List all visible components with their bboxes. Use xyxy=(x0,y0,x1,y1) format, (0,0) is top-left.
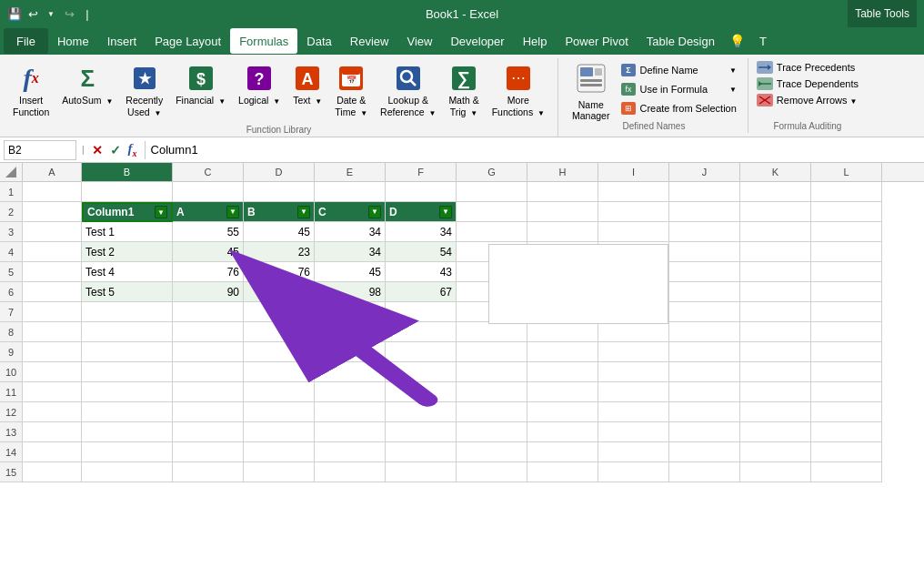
cell-c4[interactable]: 45 xyxy=(173,242,244,262)
cell-f6[interactable]: 67 xyxy=(386,282,457,302)
cell-l6[interactable] xyxy=(811,282,882,302)
a-filter-btn[interactable]: ▼ xyxy=(226,206,239,218)
menu-insert[interactable]: Insert xyxy=(98,28,146,54)
col-header-j[interactable]: J xyxy=(669,163,740,181)
undo-dropdown-icon[interactable]: ▼ xyxy=(44,6,58,21)
row-num-9[interactable]: 9 xyxy=(0,342,23,362)
column1-filter-btn[interactable]: ▼ xyxy=(155,206,167,218)
col-header-g[interactable]: G xyxy=(457,163,527,181)
cell-j5[interactable] xyxy=(669,262,740,282)
menu-view[interactable]: View xyxy=(397,28,441,54)
cell-k1[interactable] xyxy=(740,182,811,202)
more-functions-button[interactable]: ⋯ MoreFunctions ▼ xyxy=(487,60,550,121)
customize-icon[interactable]: | xyxy=(80,6,95,21)
cell-a8[interactable] xyxy=(23,322,82,342)
confirm-formula-icon[interactable]: ✓ xyxy=(108,141,123,159)
cell-j7[interactable] xyxy=(669,302,740,322)
cell-f7[interactable] xyxy=(386,302,457,322)
cell-a2[interactable] xyxy=(23,202,82,222)
menu-t[interactable]: T xyxy=(750,28,776,54)
undo-icon[interactable]: ↩ xyxy=(25,6,40,21)
autosum-button[interactable]: Σ AutoSum ▼ xyxy=(56,60,118,115)
cell-l4[interactable] xyxy=(811,242,882,262)
cell-a5[interactable] xyxy=(23,262,82,282)
name-manager-button[interactable]: NameManager xyxy=(564,60,618,125)
cell-a6[interactable] xyxy=(23,282,82,302)
cell-e2[interactable]: C ▼ xyxy=(315,202,386,222)
b-filter-btn[interactable]: ▼ xyxy=(297,206,310,218)
row-num-15[interactable]: 15 xyxy=(0,462,23,482)
cell-g2[interactable] xyxy=(457,202,527,222)
menu-extra[interactable]: 💡 xyxy=(724,28,750,54)
cell-b3[interactable]: Test 1 xyxy=(82,222,173,242)
cell-c5[interactable]: 76 xyxy=(173,262,244,282)
cell-b5[interactable]: Test 4 xyxy=(82,262,173,282)
row-num-3[interactable]: 3 xyxy=(0,222,23,242)
lookup-ref-button[interactable]: Lookup &Reference ▼ xyxy=(375,60,441,121)
row-num-7[interactable]: 7 xyxy=(0,302,23,322)
date-time-button[interactable]: 📅 Date &Time ▼ xyxy=(329,60,373,121)
cell-h3[interactable] xyxy=(527,222,598,242)
cell-l1[interactable] xyxy=(811,182,882,202)
cell-a3[interactable] xyxy=(23,222,82,242)
row-num-10[interactable]: 10 xyxy=(0,362,23,382)
cell-a4[interactable] xyxy=(23,242,82,262)
cell-j8[interactable] xyxy=(669,322,740,342)
menu-help[interactable]: Help xyxy=(514,28,557,54)
cell-c1[interactable] xyxy=(173,182,244,202)
cell-i1[interactable] xyxy=(598,182,669,202)
row-num-12[interactable]: 12 xyxy=(0,402,23,422)
col-header-e[interactable]: E xyxy=(315,163,386,181)
cell-c8[interactable] xyxy=(173,322,244,342)
cell-b7[interactable] xyxy=(82,302,173,322)
cell-e5[interactable]: 45 xyxy=(315,262,386,282)
cell-f2[interactable]: D ▼ xyxy=(386,202,457,222)
cell-e7[interactable] xyxy=(315,302,386,322)
d-filter-btn[interactable]: ▼ xyxy=(439,206,452,218)
cell-i3[interactable] xyxy=(598,222,669,242)
use-in-formula-row[interactable]: fx Use in Formula ▼ xyxy=(618,81,739,97)
c-filter-btn[interactable]: ▼ xyxy=(368,206,381,218)
cell-a7[interactable] xyxy=(23,302,82,322)
recently-used-button[interactable]: ★ RecentlyUsed ▼ xyxy=(120,60,168,121)
cell-l7[interactable] xyxy=(811,302,882,322)
redo-icon[interactable]: ↪ xyxy=(62,6,76,21)
cell-f4[interactable]: 54 xyxy=(386,242,457,262)
cell-l5[interactable] xyxy=(811,262,882,282)
menu-data[interactable]: Data xyxy=(297,28,340,54)
row-num-6[interactable]: 6 xyxy=(0,282,23,302)
cell-k2[interactable] xyxy=(740,202,811,222)
cell-i8[interactable] xyxy=(598,322,669,342)
col-header-d[interactable]: D xyxy=(244,163,315,181)
cell-g1[interactable] xyxy=(457,182,527,202)
cell-g3[interactable] xyxy=(457,222,527,242)
trace-precedents-row[interactable]: Trace Precedents xyxy=(754,60,858,75)
cell-k7[interactable] xyxy=(740,302,811,322)
menu-review[interactable]: Review xyxy=(341,28,398,54)
formula-input[interactable] xyxy=(151,140,920,160)
col-header-i[interactable]: I xyxy=(598,163,669,181)
cell-j2[interactable] xyxy=(669,202,740,222)
menu-power-pivot[interactable]: Power Pivot xyxy=(556,28,637,54)
cell-j6[interactable] xyxy=(669,282,740,302)
insert-function-button[interactable]: fx InsertFunction xyxy=(7,60,55,121)
cell-d7[interactable] xyxy=(244,302,315,322)
col-header-k[interactable]: K xyxy=(740,163,811,181)
row-num-8[interactable]: 8 xyxy=(0,322,23,342)
cell-f3[interactable]: 34 xyxy=(386,222,457,242)
cancel-formula-icon[interactable]: ✕ xyxy=(90,141,105,159)
cell-f8[interactable] xyxy=(386,322,457,342)
col-header-l[interactable]: L xyxy=(811,163,882,181)
cell-b6[interactable]: Test 5 xyxy=(82,282,173,302)
cell-d3[interactable]: 45 xyxy=(244,222,315,242)
col-header-b[interactable]: B xyxy=(82,163,173,181)
insert-function-bar-icon[interactable]: fx xyxy=(126,139,139,160)
cell-b8[interactable] xyxy=(82,322,173,342)
cell-e6[interactable]: 98 xyxy=(315,282,386,302)
cell-k3[interactable] xyxy=(740,222,811,242)
col-header-f[interactable]: F xyxy=(386,163,457,181)
cell-j1[interactable] xyxy=(669,182,740,202)
cell-e3[interactable]: 34 xyxy=(315,222,386,242)
cell-k4[interactable] xyxy=(740,242,811,262)
cell-k6[interactable] xyxy=(740,282,811,302)
